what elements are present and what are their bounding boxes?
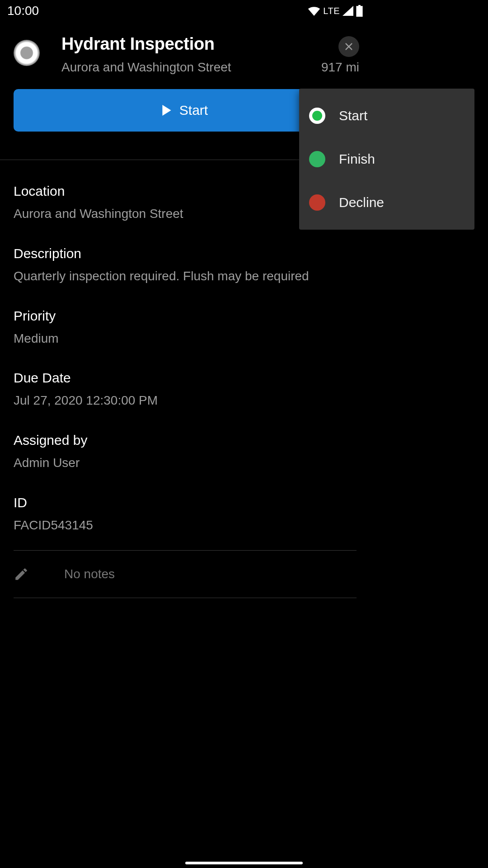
header: Hydrant Inspection Aurora and Washington… bbox=[0, 22, 370, 84]
field-assigned-by: Assigned by Admin User bbox=[14, 433, 357, 472]
field-label: Priority bbox=[14, 308, 357, 324]
field-value: Jul 27, 2020 12:30:00 PM bbox=[14, 392, 357, 409]
notes-row[interactable]: No notes bbox=[0, 551, 370, 598]
status-ring-icon bbox=[14, 40, 40, 66]
menu-item-decline[interactable]: Decline bbox=[299, 181, 370, 224]
close-button[interactable] bbox=[338, 36, 359, 57]
field-id: ID FACID543145 bbox=[14, 495, 357, 534]
play-icon bbox=[162, 105, 171, 116]
field-due-date: Due Date Jul 27, 2020 12:30:00 PM bbox=[14, 370, 357, 409]
battery-icon bbox=[356, 5, 363, 17]
pencil-icon bbox=[14, 566, 29, 582]
menu-item-start[interactable]: Start bbox=[299, 94, 370, 137]
status-icons: LTE bbox=[308, 5, 363, 17]
wifi-icon bbox=[308, 6, 320, 16]
menu-item-finish[interactable]: Finish bbox=[299, 137, 370, 181]
close-icon bbox=[344, 42, 354, 52]
status-time: 10:00 bbox=[7, 4, 39, 18]
page-subtitle: Aurora and Washington Street bbox=[61, 60, 231, 75]
cell-signal-icon bbox=[343, 6, 353, 16]
header-text: Hydrant Inspection Aurora and Washington… bbox=[61, 34, 359, 75]
field-description: Description Quarterly inspection require… bbox=[14, 246, 357, 285]
field-value: Admin User bbox=[14, 454, 357, 472]
menu-item-label: Decline bbox=[339, 195, 370, 210]
field-value: FACID543145 bbox=[14, 517, 357, 534]
divider bbox=[14, 598, 357, 598]
distance-label: 917 mi bbox=[321, 60, 359, 75]
status-dot-decline-icon bbox=[309, 194, 325, 211]
field-label: ID bbox=[14, 495, 357, 510]
page-title: Hydrant Inspection bbox=[61, 34, 359, 54]
notes-placeholder: No notes bbox=[64, 567, 115, 581]
field-label: Due Date bbox=[14, 370, 357, 386]
start-button-label: Start bbox=[179, 103, 208, 118]
field-value: Medium bbox=[14, 330, 357, 347]
action-menu: Start Finish Decline bbox=[299, 89, 370, 230]
status-bar: 10:00 LTE bbox=[0, 0, 370, 22]
status-dot-finish-icon bbox=[309, 151, 325, 167]
status-dot-start-icon bbox=[309, 108, 325, 124]
details-section: Location Aurora and Washington Street De… bbox=[0, 184, 370, 534]
field-label: Assigned by bbox=[14, 433, 357, 448]
field-label: Description bbox=[14, 246, 357, 261]
network-label: LTE bbox=[323, 6, 340, 16]
menu-item-label: Finish bbox=[339, 151, 370, 167]
field-priority: Priority Medium bbox=[14, 308, 357, 347]
field-value: Quarterly inspection required. Flush may… bbox=[14, 268, 357, 285]
menu-item-label: Start bbox=[339, 108, 367, 123]
